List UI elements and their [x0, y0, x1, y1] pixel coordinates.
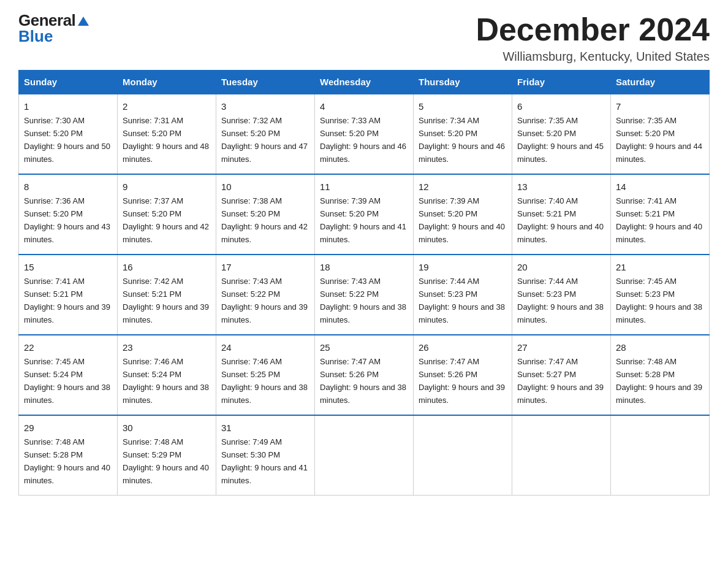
table-row	[512, 415, 611, 495]
table-row: 18Sunrise: 7:43 AMSunset: 5:22 PMDayligh…	[315, 255, 414, 335]
day-info: Sunrise: 7:44 AMSunset: 5:23 PMDaylight:…	[517, 277, 604, 324]
table-row: 4Sunrise: 7:33 AMSunset: 5:20 PMDaylight…	[315, 94, 414, 174]
table-row: 1Sunrise: 7:30 AMSunset: 5:20 PMDaylight…	[19, 94, 118, 174]
logo-blue-text: Blue	[18, 28, 53, 44]
table-row: 5Sunrise: 7:34 AMSunset: 5:20 PMDaylight…	[414, 94, 512, 174]
logo-triangle-icon	[78, 17, 89, 26]
day-number: 7	[616, 99, 704, 113]
day-number: 2	[123, 99, 211, 113]
day-info: Sunrise: 7:40 AMSunset: 5:21 PMDaylight:…	[517, 196, 604, 244]
day-number: 31	[221, 421, 309, 435]
day-info: Sunrise: 7:30 AMSunset: 5:20 PMDaylight:…	[24, 116, 110, 164]
table-row: 17Sunrise: 7:43 AMSunset: 5:22 PMDayligh…	[216, 255, 315, 335]
day-number: 5	[419, 99, 507, 113]
day-number: 30	[123, 421, 211, 435]
table-row: 23Sunrise: 7:46 AMSunset: 5:24 PMDayligh…	[118, 335, 216, 415]
day-info: Sunrise: 7:41 AMSunset: 5:21 PMDaylight:…	[24, 277, 110, 324]
logo: General Blue	[18, 12, 89, 44]
table-row: 15Sunrise: 7:41 AMSunset: 5:21 PMDayligh…	[19, 255, 118, 335]
day-number: 8	[24, 180, 112, 194]
calendar-header-row: SundayMondayTuesdayWednesdayThursdayFrid…	[19, 71, 710, 94]
week-row-3: 15Sunrise: 7:41 AMSunset: 5:21 PMDayligh…	[19, 255, 710, 335]
table-row: 21Sunrise: 7:45 AMSunset: 5:23 PMDayligh…	[611, 255, 710, 335]
day-number: 20	[517, 260, 605, 274]
day-info: Sunrise: 7:39 AMSunset: 5:20 PMDaylight:…	[419, 196, 505, 244]
day-number: 18	[320, 260, 408, 274]
table-row: 20Sunrise: 7:44 AMSunset: 5:23 PMDayligh…	[512, 255, 611, 335]
table-row: 2Sunrise: 7:31 AMSunset: 5:20 PMDaylight…	[118, 94, 216, 174]
day-number: 12	[419, 180, 507, 194]
table-row: 24Sunrise: 7:46 AMSunset: 5:25 PMDayligh…	[216, 335, 315, 415]
table-row: 30Sunrise: 7:48 AMSunset: 5:29 PMDayligh…	[118, 415, 216, 495]
day-number: 16	[123, 260, 211, 274]
day-info: Sunrise: 7:33 AMSunset: 5:20 PMDaylight:…	[320, 116, 406, 164]
day-number: 14	[616, 180, 704, 194]
day-number: 13	[517, 180, 605, 194]
header-wednesday: Wednesday	[315, 71, 414, 94]
day-number: 11	[320, 180, 408, 194]
day-number: 26	[419, 340, 507, 354]
header-friday: Friday	[512, 71, 611, 94]
day-number: 29	[24, 421, 112, 435]
day-info: Sunrise: 7:35 AMSunset: 5:20 PMDaylight:…	[616, 116, 702, 164]
table-row: 26Sunrise: 7:47 AMSunset: 5:26 PMDayligh…	[414, 335, 512, 415]
day-info: Sunrise: 7:37 AMSunset: 5:20 PMDaylight:…	[123, 196, 209, 244]
header-monday: Monday	[118, 71, 216, 94]
table-row: 10Sunrise: 7:38 AMSunset: 5:20 PMDayligh…	[216, 174, 315, 255]
day-number: 22	[24, 340, 112, 354]
day-number: 3	[221, 99, 309, 113]
table-row: 28Sunrise: 7:48 AMSunset: 5:28 PMDayligh…	[611, 335, 710, 415]
header-tuesday: Tuesday	[216, 71, 315, 94]
calendar-table: SundayMondayTuesdayWednesdayThursdayFrid…	[18, 70, 710, 496]
table-row: 13Sunrise: 7:40 AMSunset: 5:21 PMDayligh…	[512, 174, 611, 255]
day-number: 28	[616, 340, 704, 354]
day-info: Sunrise: 7:36 AMSunset: 5:20 PMDaylight:…	[24, 196, 110, 244]
day-number: 21	[616, 260, 704, 274]
table-row: 12Sunrise: 7:39 AMSunset: 5:20 PMDayligh…	[414, 174, 512, 255]
table-row: 27Sunrise: 7:47 AMSunset: 5:27 PMDayligh…	[512, 335, 611, 415]
table-row: 3Sunrise: 7:32 AMSunset: 5:20 PMDaylight…	[216, 94, 315, 174]
day-number: 10	[221, 180, 309, 194]
page-header: General Blue December 2024 Williamsburg,…	[18, 12, 710, 64]
day-number: 27	[517, 340, 605, 354]
logo-general-text: General	[18, 12, 75, 28]
day-info: Sunrise: 7:35 AMSunset: 5:20 PMDaylight:…	[517, 116, 604, 164]
table-row	[315, 415, 414, 495]
day-info: Sunrise: 7:38 AMSunset: 5:20 PMDaylight:…	[221, 196, 308, 244]
day-info: Sunrise: 7:45 AMSunset: 5:24 PMDaylight:…	[24, 357, 110, 405]
day-number: 6	[517, 99, 605, 113]
day-info: Sunrise: 7:47 AMSunset: 5:26 PMDaylight:…	[419, 357, 505, 405]
table-row	[414, 415, 512, 495]
day-info: Sunrise: 7:49 AMSunset: 5:30 PMDaylight:…	[221, 437, 308, 485]
day-number: 24	[221, 340, 309, 354]
day-number: 1	[24, 99, 112, 113]
day-info: Sunrise: 7:47 AMSunset: 5:26 PMDaylight:…	[320, 357, 406, 405]
day-number: 17	[221, 260, 309, 274]
calendar-title: December 2024	[476, 12, 710, 47]
week-row-1: 1Sunrise: 7:30 AMSunset: 5:20 PMDaylight…	[19, 94, 710, 174]
header-saturday: Saturday	[611, 71, 710, 94]
table-row: 25Sunrise: 7:47 AMSunset: 5:26 PMDayligh…	[315, 335, 414, 415]
day-info: Sunrise: 7:32 AMSunset: 5:20 PMDaylight:…	[221, 116, 308, 164]
day-info: Sunrise: 7:34 AMSunset: 5:20 PMDaylight:…	[419, 116, 505, 164]
day-info: Sunrise: 7:44 AMSunset: 5:23 PMDaylight:…	[419, 277, 505, 324]
day-info: Sunrise: 7:31 AMSunset: 5:20 PMDaylight:…	[123, 116, 209, 164]
day-number: 19	[419, 260, 507, 274]
day-info: Sunrise: 7:48 AMSunset: 5:28 PMDaylight:…	[616, 357, 702, 405]
day-number: 9	[123, 180, 211, 194]
day-info: Sunrise: 7:39 AMSunset: 5:20 PMDaylight:…	[320, 196, 406, 244]
table-row: 6Sunrise: 7:35 AMSunset: 5:20 PMDaylight…	[512, 94, 611, 174]
day-info: Sunrise: 7:46 AMSunset: 5:24 PMDaylight:…	[123, 357, 209, 405]
day-info: Sunrise: 7:46 AMSunset: 5:25 PMDaylight:…	[221, 357, 308, 405]
day-info: Sunrise: 7:43 AMSunset: 5:22 PMDaylight:…	[320, 277, 406, 324]
header-thursday: Thursday	[414, 71, 512, 94]
table-row: 19Sunrise: 7:44 AMSunset: 5:23 PMDayligh…	[414, 255, 512, 335]
week-row-4: 22Sunrise: 7:45 AMSunset: 5:24 PMDayligh…	[19, 335, 710, 415]
title-block: December 2024 Williamsburg, Kentucky, Un…	[476, 12, 710, 64]
calendar-subtitle: Williamsburg, Kentucky, United States	[476, 50, 710, 64]
day-number: 15	[24, 260, 112, 274]
day-info: Sunrise: 7:45 AMSunset: 5:23 PMDaylight:…	[616, 277, 702, 324]
table-row: 31Sunrise: 7:49 AMSunset: 5:30 PMDayligh…	[216, 415, 315, 495]
table-row: 22Sunrise: 7:45 AMSunset: 5:24 PMDayligh…	[19, 335, 118, 415]
table-row	[611, 415, 710, 495]
